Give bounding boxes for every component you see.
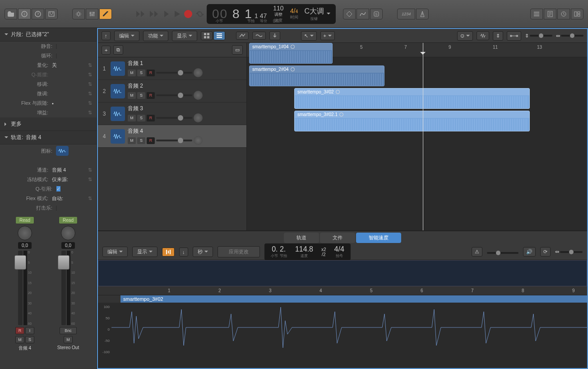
track-solo-button[interactable]: S <box>137 137 145 144</box>
track-name[interactable]: 音频 1 <box>128 60 244 67</box>
loops-icon[interactable] <box>557 9 570 19</box>
lcd-key[interactable]: C大调 <box>305 7 324 16</box>
smart-controls-icon[interactable] <box>72 9 85 19</box>
duplicate-track-button[interactable]: ⧉ <box>113 45 123 55</box>
list-view-icon[interactable] <box>213 31 225 40</box>
view-menu[interactable]: 显示 <box>172 31 197 41</box>
volume-fader[interactable] <box>18 251 23 325</box>
audio-region[interactable]: smarttempo_3#02 <box>294 88 530 109</box>
track-solo-button[interactable]: S <box>137 115 145 121</box>
pan-value[interactable]: 0,0 <box>18 242 32 249</box>
list-icon[interactable] <box>530 9 543 19</box>
input-mon-button[interactable]: I <box>25 327 34 334</box>
editor-overview[interactable] <box>98 260 587 286</box>
editor-warn-icon[interactable]: ⚠ <box>472 247 482 257</box>
track-name[interactable]: 音频 2 <box>128 82 244 90</box>
apply-changes-button[interactable]: 应用更改 <box>218 246 260 257</box>
editor-sig[interactable]: 4/4 <box>334 245 344 253</box>
rec-enable-button[interactable]: R <box>15 327 24 334</box>
inspector-icon[interactable]: i <box>18 9 31 19</box>
automation-mode-button[interactable]: Read <box>59 216 78 224</box>
track-pan-knob[interactable] <box>194 113 203 122</box>
track-icon[interactable] <box>111 107 125 121</box>
grid-view-icon[interactable] <box>201 31 213 40</box>
track-mute-button[interactable]: M <box>128 92 136 99</box>
track-icon[interactable] <box>111 84 125 98</box>
editor-hzoom-slider[interactable]: ⇔ <box>555 249 583 255</box>
up-nav-icon[interactable]: ↑ <box>102 31 111 40</box>
audio-region[interactable]: smarttempo_2#04 <box>249 65 384 86</box>
quantize-select[interactable]: 关 <box>52 62 88 69</box>
edit-menu[interactable]: 编辑 <box>114 31 139 41</box>
mute-checkbox[interactable] <box>56 43 57 50</box>
global-tracks-button[interactable]: ▭ <box>232 45 243 55</box>
replace-icon[interactable] <box>343 9 356 19</box>
mixer-icon[interactable] <box>86 9 98 19</box>
track-mute-button[interactable]: M <box>128 137 136 144</box>
editor-ruler[interactable]: 123456789 <box>98 286 587 295</box>
editor-edit-menu[interactable]: 编辑 <box>102 247 128 257</box>
toolbar-icon[interactable] <box>45 9 58 19</box>
editor-waveform[interactable]: 100500-50-100 <box>98 303 587 368</box>
editor-catch-icon[interactable]: ↓ <box>179 248 188 257</box>
track-pan-knob[interactable] <box>194 91 203 100</box>
solo-tool-icon[interactable]: S <box>370 9 383 19</box>
catch-icon[interactable] <box>269 31 280 40</box>
metronome-icon[interactable] <box>416 9 429 19</box>
vert-zoom-slider[interactable]: ⇕ <box>525 33 552 39</box>
function-menu[interactable]: 功能 <box>143 31 168 41</box>
snap-icon[interactable]: ⊙ <box>457 31 473 41</box>
waveform-zoom-icon[interactable] <box>477 31 489 40</box>
tempo-x2-button[interactable]: x2 <box>321 247 326 252</box>
track-name[interactable]: 音频 3 <box>128 105 244 112</box>
key-chevron-icon[interactable] <box>327 13 330 16</box>
horiz-fit-icon[interactable]: ⇤⇥ <box>507 31 521 41</box>
track-inspector-header[interactable]: 轨道: 音频 4 <box>0 131 97 145</box>
track-rec-button[interactable]: R <box>147 137 155 144</box>
solo-button[interactable]: S <box>25 336 34 343</box>
record-button[interactable] <box>184 10 192 18</box>
track-lanes[interactable]: 135791113 smarttempo_1#04smarttempo_2#04… <box>247 43 587 230</box>
mute-button[interactable]: M <box>15 336 24 343</box>
library-icon[interactable] <box>5 9 17 19</box>
add-track-button[interactable]: + <box>102 46 111 55</box>
editor-analyze-icon[interactable] <box>162 248 175 257</box>
playhead[interactable] <box>423 43 423 230</box>
audio-region[interactable]: smarttempo_3#02.1 <box>294 111 530 131</box>
drums-checkbox[interactable] <box>56 205 57 211</box>
automation-mode-button[interactable]: Read <box>15 216 34 224</box>
region-inspector-header[interactable]: 片段: 已选择"2" <box>0 28 97 42</box>
automation-icon[interactable] <box>236 32 249 40</box>
flexmode-select[interactable]: 自动: <box>52 195 88 202</box>
freeze-select[interactable]: 仅来源: <box>52 176 88 183</box>
editor-pos[interactable]: 0. 2. <box>272 245 286 253</box>
add-tool-icon[interactable]: + <box>320 31 335 40</box>
forward-button[interactable] <box>149 10 159 18</box>
track-pan-knob[interactable] <box>194 136 203 145</box>
lcd-tempo[interactable]: 110 <box>273 5 283 12</box>
flex-icon[interactable] <box>252 32 266 40</box>
track-header[interactable]: 2 音频 2 MSR <box>98 80 246 103</box>
pointer-tool-icon[interactable]: ↖ <box>301 31 317 41</box>
track-header[interactable]: 3 音频 3 MSR <box>98 103 246 125</box>
track-volume-slider[interactable] <box>156 140 192 141</box>
tab-track[interactable]: 轨道 <box>284 233 319 243</box>
track-icon[interactable] <box>111 129 125 144</box>
pan-knob[interactable] <box>61 226 75 240</box>
track-volume-slider[interactable] <box>156 72 192 74</box>
qref-checkbox[interactable]: ✓ <box>56 186 61 192</box>
track-volume-slider[interactable] <box>156 117 192 119</box>
editor-unit-menu[interactable]: 秒 <box>193 247 213 257</box>
channel-select[interactable]: 音频 4 <box>52 167 88 173</box>
play-button[interactable] <box>173 10 181 18</box>
tuner-icon[interactable] <box>357 9 369 19</box>
editor-icon[interactable] <box>99 9 112 19</box>
track-pan-knob[interactable] <box>194 68 203 77</box>
rewind-button[interactable] <box>135 10 145 18</box>
browser-icon[interactable] <box>571 9 583 19</box>
editor-speaker-icon[interactable]: 🔊 <box>523 247 536 257</box>
pan-value[interactable]: 0,0 <box>61 242 75 249</box>
pan-knob[interactable] <box>18 226 32 240</box>
volume-fader[interactable] <box>61 251 66 325</box>
loop-checkbox[interactable] <box>56 53 57 59</box>
